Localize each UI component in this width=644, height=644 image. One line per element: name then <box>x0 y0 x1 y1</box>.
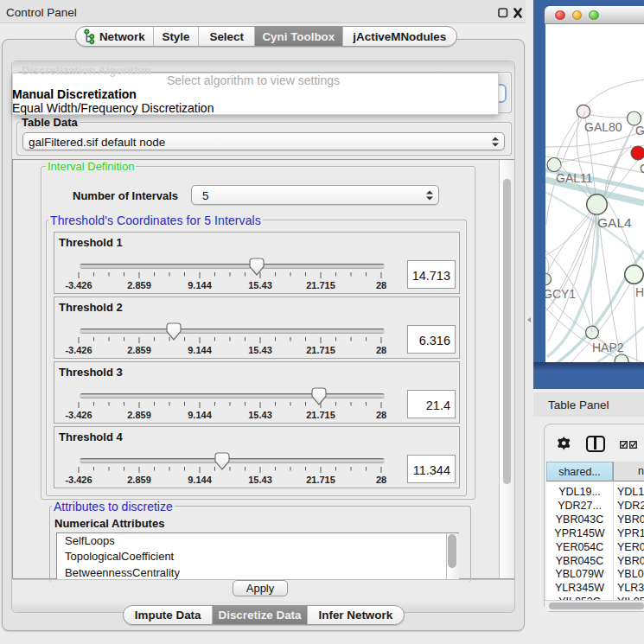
svg-text:GAL11: GAL11 <box>556 171 593 185</box>
svg-text:C: C <box>640 162 644 175</box>
svg-text:G: G <box>635 124 644 137</box>
svg-text:H: H <box>635 285 644 299</box>
svg-text:HAP2: HAP2 <box>592 341 624 354</box>
svg-text:GAL80: GAL80 <box>584 120 622 134</box>
svg-text:GCY1: GCY1 <box>545 287 576 301</box>
svg-text:GAL4: GAL4 <box>597 215 632 230</box>
